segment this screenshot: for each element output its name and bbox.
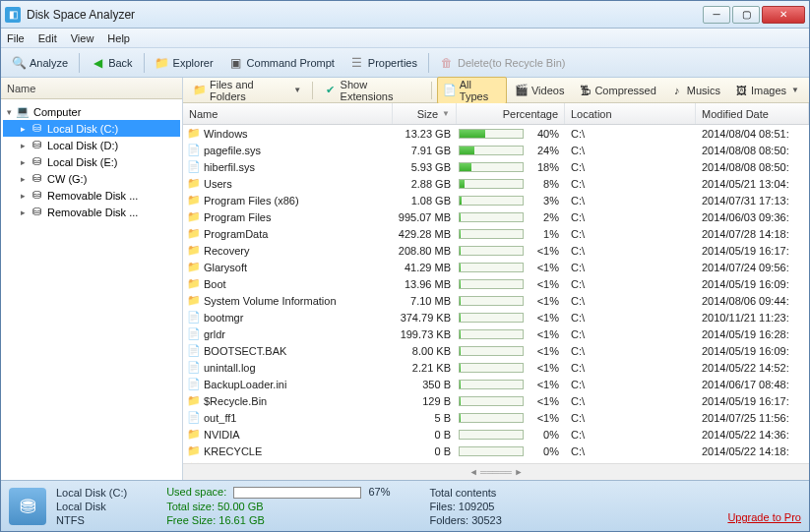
menu-help[interactable]: Help (107, 32, 130, 44)
list-row[interactable]: 📁System Volume Information7.10 MB<1%C:\2… (183, 292, 809, 309)
row-pct: <1% (526, 262, 565, 273)
tree-root[interactable]: ▾ 💻 Computer (3, 103, 180, 120)
tree-item-label: Local Disk (E:) (47, 156, 118, 168)
titlebar[interactable]: ◧ Disk Space Analyzer ─ ▢ ✕ (1, 1, 809, 29)
explorer-button[interactable]: 📁Explorer (149, 53, 220, 73)
tree-drive-item[interactable]: ▸⛁Removable Disk ... (3, 187, 180, 204)
list-row[interactable]: 📄BackupLoader.ini350 B<1%C:\2014/06/17 0… (183, 376, 809, 392)
expand-icon[interactable]: ▸ (17, 124, 29, 134)
file-icon: 📄 (187, 144, 201, 156)
row-date: 2014/07/24 09:56: (696, 262, 809, 273)
close-button[interactable]: ✕ (762, 6, 805, 24)
row-pct: <1% (526, 278, 565, 290)
separator (312, 82, 313, 99)
col-name-label: Name (189, 108, 218, 120)
list-row[interactable]: 📄pagefile.sys7.91 GB24%C:\2014/08/08 08:… (183, 142, 809, 158)
list-row[interactable]: 📁Glarysoft41.29 MB<1%C:\2014/07/24 09:56… (183, 259, 809, 275)
filter-videos[interactable]: 🎬Videos (509, 82, 570, 99)
minimize-button[interactable]: ─ (703, 6, 730, 24)
tree-header[interactable]: Name (1, 78, 182, 99)
row-name: Boot (204, 278, 226, 290)
expand-icon[interactable]: ▸ (17, 174, 29, 184)
expand-icon[interactable]: ▸ (17, 207, 29, 217)
menu-file[interactable]: File (7, 32, 25, 44)
col-pct[interactable]: Percentage (457, 103, 565, 124)
tree-drive-item[interactable]: ▸⛁Local Disk (E:) (3, 153, 180, 170)
properties-button[interactable]: ☰Properties (343, 53, 424, 73)
tree-drive-item[interactable]: ▸⛁Local Disk (C:) (3, 120, 180, 137)
collapse-icon[interactable]: ▾ (3, 107, 15, 117)
menu-view[interactable]: View (71, 32, 94, 44)
list-row[interactable]: 📁ProgramData429.28 MB1%C:\2014/07/28 14:… (183, 225, 809, 242)
col-loc[interactable]: Location (565, 103, 696, 124)
filter-images[interactable]: 🖼Images▼ (728, 82, 805, 99)
row-loc: C:\ (565, 462, 696, 464)
expand-icon[interactable]: ▸ (17, 141, 29, 150)
sb-free: Free Size: 16.61 GB (166, 514, 390, 526)
cmd-button[interactable]: ▣Command Prompt (222, 53, 342, 73)
show-ext-toggle[interactable]: ✔Show Extensions (318, 77, 426, 104)
col-name[interactable]: Name (183, 103, 393, 124)
show-ext-label: Show Extensions (341, 79, 420, 102)
row-pct: <1% (526, 379, 565, 390)
folder-icon: 📁 (187, 444, 201, 457)
delete-icon: 🗑 (440, 56, 454, 70)
file-list[interactable]: Name Size▼ Percentage Location Modified … (183, 103, 809, 463)
list-row[interactable]: 📁Users2.88 GB8%C:\2014/05/21 13:04: (183, 175, 809, 192)
row-loc: C:\ (565, 328, 696, 340)
zip-icon: 🗜 (578, 84, 592, 97)
filter-musics[interactable]: ♪Musics (664, 82, 726, 99)
row-loc: C:\ (565, 429, 696, 441)
row-size: 2.88 GB (393, 178, 457, 190)
filter-all[interactable]: 📄All Types (437, 77, 507, 104)
list-row[interactable]: 📁Program Files995.07 MB2%C:\2014/06/03 0… (183, 208, 809, 225)
row-loc: C:\ (565, 262, 696, 273)
row-name: Windows (204, 128, 248, 140)
filter-compressed[interactable]: 🗜Compressed (572, 82, 661, 99)
folder-icon: 📁 (187, 461, 201, 463)
app-window: ◧ Disk Space Analyzer ─ ▢ ✕ File Edit Vi… (0, 0, 810, 532)
list-row[interactable]: 📄grldr199.73 KB<1%C:\2014/05/19 16:28: (183, 325, 809, 342)
col-size[interactable]: Size▼ (393, 103, 457, 124)
row-date: 2014/07/30 09:15: (696, 462, 809, 464)
list-row[interactable]: 📄BOOTSECT.BAK8.00 KB<1%C:\2014/05/19 16:… (183, 342, 809, 359)
expand-icon[interactable]: ▸ (17, 157, 29, 167)
list-row[interactable]: 📄bootmgr374.79 KB<1%C:\2010/11/21 11:23: (183, 309, 809, 325)
window-title: Disk Space Analyzer (27, 8, 703, 22)
tree[interactable]: ▾ 💻 Computer ▸⛁Local Disk (C:)▸⛁Local Di… (1, 99, 182, 480)
tree-drive-item[interactable]: ▸⛁Removable Disk ... (3, 204, 180, 220)
expand-icon[interactable]: ▸ (17, 191, 29, 201)
list-row[interactable]: 📁Config.Msi0 B0%C:\2014/07/30 09:15: (183, 459, 809, 463)
row-date: 2014/08/04 08:51: (696, 128, 809, 140)
menu-edit[interactable]: Edit (38, 32, 57, 44)
folder-icon: 📁 (187, 294, 201, 307)
file-icon: 📄 (187, 327, 201, 340)
maximize-button[interactable]: ▢ (732, 6, 760, 24)
list-row[interactable]: 📁KRECYCLE0 B0%C:\2014/05/22 14:18: (183, 443, 809, 459)
folder-icon: 📁 (187, 210, 201, 223)
list-row[interactable]: 📄hiberfil.sys5.93 GB18%C:\2014/08/08 08:… (183, 158, 809, 175)
back-button[interactable]: ◀Back (84, 53, 139, 73)
row-pct: 1% (526, 228, 565, 240)
tree-drive-item[interactable]: ▸⛁Local Disk (D:) (3, 137, 180, 153)
list-row[interactable]: 📁Recovery208.80 MB<1%C:\2014/05/19 16:17… (183, 242, 809, 259)
list-row[interactable]: 📁$Recycle.Bin129 B<1%C:\2014/05/19 16:17… (183, 392, 809, 409)
horizontal-scrollbar[interactable]: ◄ ═════ ► (183, 463, 809, 480)
list-row[interactable]: 📄unintall.log2.21 KB<1%C:\2014/05/22 14:… (183, 359, 809, 376)
list-row[interactable]: 📁NVIDIA0 B0%C:\2014/05/22 14:36: (183, 426, 809, 443)
row-size: 41.29 MB (393, 262, 457, 273)
folder-icon: 📁 (187, 277, 201, 290)
list-row[interactable]: 📁Program Files (x86)1.08 GB3%C:\2014/07/… (183, 192, 809, 208)
delete-button[interactable]: 🗑Delete(to Recycle Bin) (433, 53, 572, 73)
col-date[interactable]: Modified Date (696, 103, 809, 124)
upgrade-link[interactable]: Upgrade to Pro (727, 511, 801, 527)
row-date: 2014/05/22 14:52: (696, 362, 809, 374)
list-row[interactable]: 📁Windows13.23 GB40%C:\2014/08/04 08:51: (183, 125, 809, 142)
row-loc: C:\ (565, 228, 696, 240)
files-folders-toggle[interactable]: 📁Files and Folders▼ (187, 77, 307, 104)
row-bar (459, 129, 524, 139)
analyze-button[interactable]: 🔍Analyze (5, 53, 75, 73)
tree-drive-item[interactable]: ▸⛁CW (G:) (3, 170, 180, 187)
list-row[interactable]: 📄out_ff15 B<1%C:\2014/07/25 11:56: (183, 409, 809, 426)
list-row[interactable]: 📁Boot13.96 MB<1%C:\2014/05/19 16:09: (183, 275, 809, 292)
